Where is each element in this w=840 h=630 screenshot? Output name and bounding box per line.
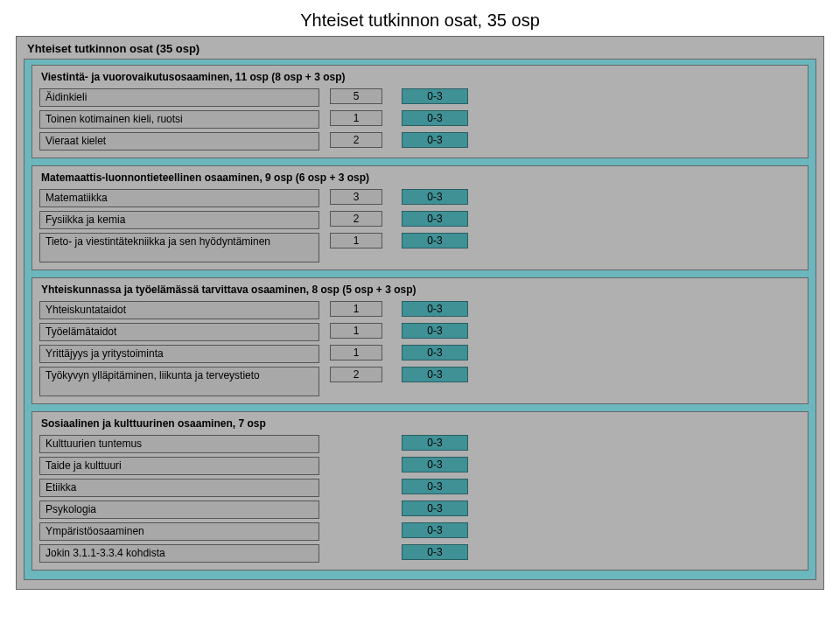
course-name-cell: Taide ja kulttuuri (39, 457, 319, 475)
outer-frame: Yhteiset tutkinnon osat (35 osp) Viestin… (16, 36, 824, 590)
course-name-cell: Jokin 3.1.1-3.3.4 kohdista (39, 544, 319, 563)
course-row: Etiikka0-3 (39, 479, 801, 497)
credits-cell: 1 (330, 301, 382, 317)
course-name-cell: Vieraat kielet (39, 132, 319, 150)
course-name-cell: Psykologia (39, 500, 319, 519)
credits-cell: 5 (330, 88, 382, 104)
course-row: Äidinkieli50-3 (39, 88, 801, 107)
course-name-cell: Matematiikka (39, 189, 319, 207)
range-cell: 0-3 (402, 211, 468, 227)
range-cell: 0-3 (402, 522, 468, 538)
course-row: Taide ja kulttuuri0-3 (39, 457, 801, 475)
course-name-cell: Kulttuurien tuntemus (39, 435, 319, 453)
course-row: Yrittäjyys ja yritystoiminta10-3 (39, 345, 801, 363)
course-name-cell: Etiikka (39, 479, 319, 497)
course-row: Jokin 3.1.1-3.3.4 kohdista0-3 (39, 544, 801, 563)
course-name-cell: Yrittäjyys ja yritystoiminta (39, 345, 319, 363)
range-cell: 0-3 (402, 323, 468, 339)
section-title: Yhteiskunnassa ja työelämässä tarvittava… (39, 282, 801, 301)
range-cell: 0-3 (402, 544, 468, 560)
section: Matemaattis-luonnontieteellinen osaamine… (32, 165, 808, 270)
credits-cell: 1 (330, 323, 382, 339)
course-name-cell: Tieto- ja viestintätekniikka ja sen hyöd… (39, 233, 319, 262)
range-cell: 0-3 (402, 500, 468, 516)
credits-cell: 1 (330, 110, 382, 126)
course-name-cell: Toinen kotimainen kieli, ruotsi (39, 110, 319, 129)
course-name-cell: Työelämätaidot (39, 323, 319, 341)
credits-cell: 2 (330, 132, 382, 148)
section-title: Sosiaalinen ja kulttuurinen osaaminen, 7… (39, 416, 801, 435)
course-name-cell: Fysiikka ja kemia (39, 211, 319, 229)
range-cell: 0-3 (402, 457, 468, 472)
course-name-cell: Työkyvyn ylläpitäminen, liikunta ja terv… (39, 367, 319, 396)
course-row: Yhteiskuntataidot10-3 (39, 301, 801, 319)
range-cell: 0-3 (402, 189, 468, 205)
course-row: Ympäristöosaaminen0-3 (39, 522, 801, 541)
course-row: Kulttuurien tuntemus0-3 (39, 435, 801, 453)
range-cell: 0-3 (402, 88, 468, 104)
range-cell: 0-3 (402, 233, 468, 248)
course-row: Tieto- ja viestintätekniikka ja sen hyöd… (39, 233, 801, 262)
main-panel: Viestintä- ja vuorovaikutusosaaminen, 11… (24, 59, 816, 580)
section-title: Viestintä- ja vuorovaikutusosaaminen, 11… (39, 69, 801, 88)
range-cell: 0-3 (402, 435, 468, 451)
range-cell: 0-3 (402, 301, 468, 317)
range-cell: 0-3 (402, 132, 468, 148)
course-row: Työkyvyn ylläpitäminen, liikunta ja terv… (39, 367, 801, 396)
course-row: Vieraat kielet20-3 (39, 132, 801, 150)
course-name-cell: Yhteiskuntataidot (39, 301, 319, 319)
course-name-cell: Äidinkieli (39, 88, 319, 107)
range-cell: 0-3 (402, 345, 468, 360)
range-cell: 0-3 (402, 479, 468, 494)
course-row: Psykologia0-3 (39, 500, 801, 519)
outer-label: Yhteiset tutkinnon osat (35 osp) (24, 40, 816, 59)
range-cell: 0-3 (402, 110, 468, 126)
course-row: Matematiikka30-3 (39, 189, 801, 207)
section: Yhteiskunnassa ja työelämässä tarvittava… (32, 277, 808, 404)
section-title: Matemaattis-luonnontieteellinen osaamine… (39, 170, 801, 189)
credits-cell: 3 (330, 189, 382, 205)
section: Viestintä- ja vuorovaikutusosaaminen, 11… (32, 65, 808, 158)
credits-cell: 1 (330, 233, 382, 248)
range-cell: 0-3 (402, 367, 468, 382)
course-row: Toinen kotimainen kieli, ruotsi10-3 (39, 110, 801, 129)
course-name-cell: Ympäristöosaaminen (39, 522, 319, 541)
credits-cell: 1 (330, 345, 382, 360)
page-title: Yhteiset tutkinnon osat, 35 osp (0, 0, 840, 36)
course-row: Työelämätaidot10-3 (39, 323, 801, 341)
section: Sosiaalinen ja kulttuurinen osaaminen, 7… (32, 411, 808, 570)
credits-cell: 2 (330, 367, 382, 382)
credits-cell: 2 (330, 211, 382, 227)
course-row: Fysiikka ja kemia20-3 (39, 211, 801, 229)
